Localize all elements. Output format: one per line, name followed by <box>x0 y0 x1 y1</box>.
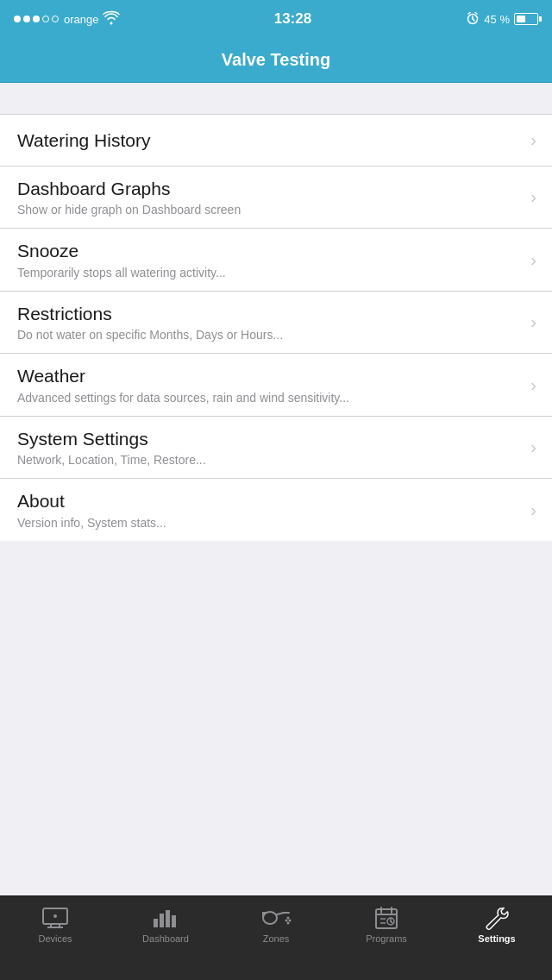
zones-icon <box>262 907 290 929</box>
tab-item-devices[interactable]: Devices <box>0 905 110 944</box>
chevron-icon: › <box>530 187 536 207</box>
signal-dot-2 <box>23 16 30 22</box>
battery-icon <box>514 13 538 25</box>
page-title: Valve Testing <box>222 50 330 70</box>
tab-item-programs[interactable]: Programs <box>331 905 442 944</box>
menu-item-title: Watering History <box>17 129 524 152</box>
chevron-icon: › <box>530 375 536 395</box>
svg-line-3 <box>468 12 470 14</box>
svg-line-27 <box>391 921 392 923</box>
svg-point-9 <box>53 914 57 918</box>
battery-percent: 45 % <box>484 13 510 26</box>
nav-bar: Valve Testing <box>0 38 552 83</box>
chevron-icon: › <box>530 500 536 520</box>
svg-point-17 <box>285 920 288 922</box>
tab-bar: Devices Dashboard <box>0 895 552 980</box>
tab-label-dashboard: Dashboard <box>142 933 189 944</box>
menu-item-content: Weather Advanced settings for data sourc… <box>17 364 524 405</box>
menu-item-dashboard-graphs[interactable]: Dashboard Graphs Show or hide graph on D… <box>0 166 552 229</box>
menu-item-watering-history[interactable]: Watering History › <box>0 115 552 166</box>
chevron-icon: › <box>530 437 536 457</box>
signal-dot-1 <box>14 16 21 22</box>
chevron-icon: › <box>530 250 536 270</box>
svg-line-4 <box>475 12 477 14</box>
svg-point-14 <box>263 912 277 924</box>
menu-item-content: Restrictions Do not water on specific Mo… <box>17 302 524 342</box>
menu-item-restrictions[interactable]: Restrictions Do not water on specific Mo… <box>0 292 552 354</box>
chevron-icon: › <box>530 312 536 332</box>
menu-item-subtitle: Temporarily stops all watering activity.… <box>17 265 524 280</box>
svg-point-16 <box>289 920 292 922</box>
menu-item-title: Dashboard Graphs <box>17 177 524 200</box>
menu-item-content: Dashboard Graphs Show or hide graph on D… <box>17 177 524 217</box>
dashboard-icon <box>152 907 179 929</box>
signal-dot-4 <box>42 16 49 22</box>
status-right: 45 % <box>466 11 538 28</box>
alarm-icon <box>466 11 480 28</box>
menu-item-subtitle: Do not water on specific Months, Days or… <box>17 327 524 342</box>
menu-item-subtitle: Network, Location, Time, Restore... <box>17 452 524 468</box>
battery-fill <box>517 16 525 22</box>
menu-item-content: Snooze Temporarily stops all watering ac… <box>17 239 524 280</box>
menu-item-content: System Settings Network, Location, Time,… <box>17 427 524 468</box>
tab-label-zones: Zones <box>263 933 290 944</box>
svg-rect-10 <box>154 919 158 927</box>
tab-item-zones[interactable]: Zones <box>221 905 331 944</box>
settings-icon <box>483 907 511 929</box>
svg-point-15 <box>287 917 290 920</box>
svg-rect-13 <box>172 915 176 927</box>
menu-item-title: Restrictions <box>17 302 524 325</box>
svg-rect-11 <box>160 914 164 927</box>
menu-item-subtitle: Version info, System stats... <box>17 515 524 531</box>
content-area: Watering History › Dashboard Graphs Show… <box>0 83 552 895</box>
svg-line-2 <box>473 19 474 21</box>
tab-item-settings[interactable]: Settings <box>442 905 552 944</box>
signal-dot-3 <box>33 16 40 22</box>
status-left: orange <box>14 12 119 27</box>
tab-label-devices: Devices <box>38 933 72 944</box>
menu-item-subtitle: Show or hide graph on Dashboard screen <box>17 202 524 217</box>
tab-label-settings: Settings <box>478 933 515 944</box>
menu-item-about[interactable]: About Version info, System stats... › <box>0 479 552 540</box>
status-time: 13:28 <box>274 10 311 28</box>
signal-dots <box>14 16 59 22</box>
menu-item-title: Snooze <box>17 239 524 262</box>
wifi-icon <box>104 12 119 27</box>
menu-item-title: System Settings <box>17 427 524 450</box>
menu-item-content: About Version info, System stats... <box>17 489 524 530</box>
menu-item-title: Weather <box>17 364 524 387</box>
signal-dot-5 <box>52 16 59 22</box>
menu-item-subtitle: Advanced settings for data sources, rain… <box>17 390 524 405</box>
chevron-icon: › <box>530 130 536 150</box>
menu-list: Watering History › Dashboard Graphs Show… <box>0 114 552 541</box>
tab-item-dashboard[interactable]: Dashboard <box>110 905 221 944</box>
menu-item-system-settings[interactable]: System Settings Network, Location, Time,… <box>0 417 552 479</box>
svg-point-18 <box>287 922 290 925</box>
status-bar: orange 13:28 45 % <box>0 0 552 38</box>
devices-icon <box>41 907 69 929</box>
menu-item-content: Watering History <box>17 129 524 152</box>
carrier-name: orange <box>64 13 98 26</box>
section-header <box>0 83 552 114</box>
programs-icon <box>373 907 400 929</box>
menu-item-weather[interactable]: Weather Advanced settings for data sourc… <box>0 354 552 416</box>
menu-item-snooze[interactable]: Snooze Temporarily stops all watering ac… <box>0 229 552 291</box>
svg-rect-12 <box>166 910 170 927</box>
menu-item-title: About <box>17 489 524 512</box>
tab-label-programs: Programs <box>366 933 407 944</box>
